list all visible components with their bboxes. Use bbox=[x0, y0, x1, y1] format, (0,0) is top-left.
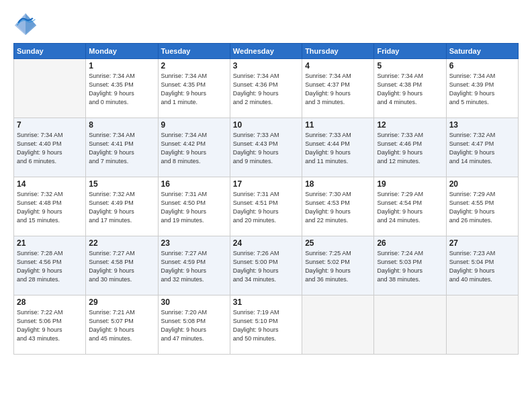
weekday-header-monday: Monday bbox=[86, 44, 158, 59]
day-info: Sunrise: 7:20 AMSunset: 5:08 PMDaylight:… bbox=[161, 308, 227, 343]
day-number: 8 bbox=[89, 120, 154, 130]
day-number: 29 bbox=[89, 298, 154, 307]
calendar-cell: 28Sunrise: 7:22 AMSunset: 5:06 PMDayligh… bbox=[14, 295, 86, 355]
day-number: 17 bbox=[233, 179, 299, 189]
weekday-header-sunday: Sunday bbox=[14, 44, 86, 59]
day-number: 5 bbox=[377, 61, 443, 71]
calendar-cell: 12Sunrise: 7:33 AMSunset: 4:46 PMDayligh… bbox=[374, 118, 446, 177]
logo-icon bbox=[13, 12, 38, 36]
day-info: Sunrise: 7:19 AMSunset: 5:10 PMDaylight:… bbox=[233, 308, 299, 343]
calendar-cell: 9Sunrise: 7:34 AMSunset: 4:42 PMDaylight… bbox=[158, 118, 230, 177]
week-row-1: 1Sunrise: 7:34 AMSunset: 4:35 PMDaylight… bbox=[14, 59, 519, 118]
day-number: 4 bbox=[305, 61, 371, 71]
day-info: Sunrise: 7:33 AMSunset: 4:44 PMDaylight:… bbox=[305, 131, 371, 166]
day-info: Sunrise: 7:26 AMSunset: 5:00 PMDaylight:… bbox=[233, 249, 299, 284]
weekday-header-thursday: Thursday bbox=[302, 44, 374, 59]
day-info: Sunrise: 7:29 AMSunset: 4:54 PMDaylight:… bbox=[377, 190, 443, 225]
calendar-cell: 11Sunrise: 7:33 AMSunset: 4:44 PMDayligh… bbox=[302, 118, 374, 177]
day-number: 23 bbox=[161, 238, 227, 248]
calendar-cell: 26Sunrise: 7:24 AMSunset: 5:03 PMDayligh… bbox=[374, 236, 446, 295]
calendar-cell bbox=[302, 295, 374, 355]
day-number: 2 bbox=[161, 61, 227, 71]
weekday-header-friday: Friday bbox=[374, 44, 446, 59]
day-info: Sunrise: 7:30 AMSunset: 4:53 PMDaylight:… bbox=[305, 190, 371, 225]
day-number: 15 bbox=[89, 179, 154, 189]
day-number: 1 bbox=[89, 61, 154, 71]
svg-marker-1 bbox=[26, 13, 36, 35]
calendar-cell: 27Sunrise: 7:23 AMSunset: 5:04 PMDayligh… bbox=[446, 236, 518, 295]
day-number: 18 bbox=[305, 179, 371, 189]
svg-marker-2 bbox=[15, 13, 26, 35]
day-number: 3 bbox=[233, 61, 299, 71]
weekday-header-tuesday: Tuesday bbox=[158, 44, 230, 59]
calendar-cell: 5Sunrise: 7:34 AMSunset: 4:38 PMDaylight… bbox=[374, 59, 446, 118]
calendar-cell: 30Sunrise: 7:20 AMSunset: 5:08 PMDayligh… bbox=[158, 295, 230, 355]
day-number: 13 bbox=[449, 120, 515, 130]
day-number: 14 bbox=[17, 179, 83, 189]
day-number: 11 bbox=[305, 120, 371, 130]
calendar-cell bbox=[14, 59, 86, 118]
calendar-cell: 10Sunrise: 7:33 AMSunset: 4:43 PMDayligh… bbox=[230, 118, 302, 177]
day-info: Sunrise: 7:31 AMSunset: 4:51 PMDaylight:… bbox=[233, 190, 299, 225]
day-info: Sunrise: 7:22 AMSunset: 5:06 PMDaylight:… bbox=[17, 308, 83, 343]
calendar-cell bbox=[446, 295, 518, 355]
calendar-cell: 25Sunrise: 7:25 AMSunset: 5:02 PMDayligh… bbox=[302, 236, 374, 295]
calendar-cell bbox=[374, 295, 446, 355]
day-number: 21 bbox=[17, 238, 83, 248]
day-number: 19 bbox=[377, 179, 443, 189]
calendar-table: SundayMondayTuesdayWednesdayThursdayFrid… bbox=[13, 43, 519, 355]
calendar-cell: 18Sunrise: 7:30 AMSunset: 4:53 PMDayligh… bbox=[302, 177, 374, 236]
weekday-header-row: SundayMondayTuesdayWednesdayThursdayFrid… bbox=[14, 44, 519, 59]
calendar-cell: 22Sunrise: 7:27 AMSunset: 4:58 PMDayligh… bbox=[86, 236, 158, 295]
calendar-cell: 16Sunrise: 7:31 AMSunset: 4:50 PMDayligh… bbox=[158, 177, 230, 236]
day-number: 22 bbox=[89, 238, 154, 248]
day-info: Sunrise: 7:33 AMSunset: 4:46 PMDaylight:… bbox=[377, 131, 443, 166]
header bbox=[13, 12, 519, 36]
calendar-cell: 21Sunrise: 7:28 AMSunset: 4:56 PMDayligh… bbox=[14, 236, 86, 295]
day-number: 12 bbox=[377, 120, 443, 130]
day-info: Sunrise: 7:33 AMSunset: 4:43 PMDaylight:… bbox=[233, 131, 299, 166]
day-info: Sunrise: 7:24 AMSunset: 5:03 PMDaylight:… bbox=[377, 249, 443, 284]
day-info: Sunrise: 7:34 AMSunset: 4:38 PMDaylight:… bbox=[377, 72, 443, 107]
calendar-cell: 3Sunrise: 7:34 AMSunset: 4:36 PMDaylight… bbox=[230, 59, 302, 118]
calendar-cell: 29Sunrise: 7:21 AMSunset: 5:07 PMDayligh… bbox=[86, 295, 158, 355]
day-info: Sunrise: 7:27 AMSunset: 4:59 PMDaylight:… bbox=[161, 249, 227, 284]
day-info: Sunrise: 7:34 AMSunset: 4:39 PMDaylight:… bbox=[449, 72, 515, 107]
calendar-cell: 15Sunrise: 7:32 AMSunset: 4:49 PMDayligh… bbox=[86, 177, 158, 236]
calendar-cell: 31Sunrise: 7:19 AMSunset: 5:10 PMDayligh… bbox=[230, 295, 302, 355]
calendar-cell: 7Sunrise: 7:34 AMSunset: 4:40 PMDaylight… bbox=[14, 118, 86, 177]
day-number: 10 bbox=[233, 120, 299, 130]
day-number: 24 bbox=[233, 238, 299, 248]
day-info: Sunrise: 7:32 AMSunset: 4:47 PMDaylight:… bbox=[449, 131, 515, 166]
day-info: Sunrise: 7:31 AMSunset: 4:50 PMDaylight:… bbox=[161, 190, 227, 225]
day-info: Sunrise: 7:32 AMSunset: 4:48 PMDaylight:… bbox=[17, 190, 83, 225]
day-number: 16 bbox=[161, 179, 227, 189]
logo bbox=[13, 12, 42, 36]
day-number: 20 bbox=[449, 179, 515, 189]
day-info: Sunrise: 7:34 AMSunset: 4:37 PMDaylight:… bbox=[305, 72, 371, 107]
calendar-cell: 4Sunrise: 7:34 AMSunset: 4:37 PMDaylight… bbox=[302, 59, 374, 118]
day-number: 28 bbox=[17, 298, 83, 307]
week-row-5: 28Sunrise: 7:22 AMSunset: 5:06 PMDayligh… bbox=[14, 295, 519, 355]
calendar-cell: 23Sunrise: 7:27 AMSunset: 4:59 PMDayligh… bbox=[158, 236, 230, 295]
calendar-cell: 20Sunrise: 7:29 AMSunset: 4:55 PMDayligh… bbox=[446, 177, 518, 236]
day-number: 31 bbox=[233, 298, 299, 307]
week-row-4: 21Sunrise: 7:28 AMSunset: 4:56 PMDayligh… bbox=[14, 236, 519, 295]
day-info: Sunrise: 7:34 AMSunset: 4:42 PMDaylight:… bbox=[161, 131, 227, 166]
day-info: Sunrise: 7:28 AMSunset: 4:56 PMDaylight:… bbox=[17, 249, 83, 284]
day-number: 27 bbox=[449, 238, 515, 248]
page: SundayMondayTuesdayWednesdayThursdayFrid… bbox=[0, 0, 532, 411]
day-number: 25 bbox=[305, 238, 371, 248]
calendar-cell: 14Sunrise: 7:32 AMSunset: 4:48 PMDayligh… bbox=[14, 177, 86, 236]
day-info: Sunrise: 7:27 AMSunset: 4:58 PMDaylight:… bbox=[89, 249, 154, 284]
calendar-cell: 17Sunrise: 7:31 AMSunset: 4:51 PMDayligh… bbox=[230, 177, 302, 236]
day-info: Sunrise: 7:34 AMSunset: 4:35 PMDaylight:… bbox=[161, 72, 227, 107]
day-number: 30 bbox=[161, 298, 227, 307]
calendar-cell: 24Sunrise: 7:26 AMSunset: 5:00 PMDayligh… bbox=[230, 236, 302, 295]
weekday-header-saturday: Saturday bbox=[446, 44, 518, 59]
calendar-cell: 1Sunrise: 7:34 AMSunset: 4:35 PMDaylight… bbox=[86, 59, 158, 118]
day-number: 26 bbox=[377, 238, 443, 248]
day-info: Sunrise: 7:25 AMSunset: 5:02 PMDaylight:… bbox=[305, 249, 371, 284]
calendar-cell: 8Sunrise: 7:34 AMSunset: 4:41 PMDaylight… bbox=[86, 118, 158, 177]
day-info: Sunrise: 7:29 AMSunset: 4:55 PMDaylight:… bbox=[449, 190, 515, 225]
